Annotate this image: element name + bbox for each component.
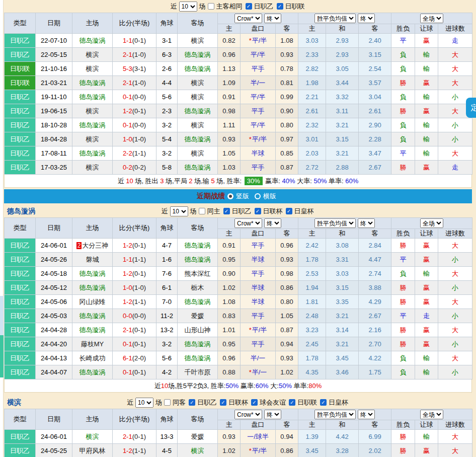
result-wdl: 負 xyxy=(391,90,415,104)
checkbox-3[interactable]: ✓ xyxy=(251,399,258,406)
checkbox-0[interactable] xyxy=(199,208,205,214)
mean-home-odds: 1.98 xyxy=(298,76,326,90)
table-row: 日职乙24-04-20藤枝MY0-1(0-1)3-2德岛漩涡0.95平手0.94… xyxy=(5,337,472,351)
summary-part-7: 50% xyxy=(279,382,292,390)
table-row: 日职乙24-05-06冈山绿雉1-2(1-1)7-0德岛漩涡1.08半球0.80… xyxy=(5,295,472,309)
mean-final-select[interactable]: 终 xyxy=(358,218,375,228)
table-row: 日职乙24-05-25甲府风林1-2(1-1)4-5横滨1.02*平/半0.86… xyxy=(5,444,472,457)
halftime-score: (0-0) xyxy=(132,121,146,129)
scope-select[interactable]: 全场 xyxy=(420,410,443,419)
match-date: 17-03-25 xyxy=(36,161,72,175)
match-date: 24-06-01 xyxy=(36,430,72,444)
halftime-score: (0-0) xyxy=(132,312,146,320)
sub-header-6: 胜负 xyxy=(391,24,415,34)
table-row: 日职联21-10-16横滨5-3(3-1)2-6德岛漩涡1.13平手0.782.… xyxy=(5,62,472,76)
floating-settings-button[interactable]: 定 xyxy=(466,98,476,118)
result-goals: 大 xyxy=(438,430,472,444)
mean-home-odds: 3.45 xyxy=(298,444,326,457)
mean-final-select[interactable]: 终 xyxy=(358,14,375,23)
table-row: 日职乙24-04-13长崎成功6-1(2-0)5-6德岛漩涡0.96半/一0.9… xyxy=(5,351,472,365)
away-odds: 0.94 xyxy=(276,337,298,351)
radio-horizontal-label[interactable]: 横版 xyxy=(263,192,276,201)
halftime-score: (2-0) xyxy=(132,354,146,362)
scope-select[interactable]: 全场 xyxy=(420,218,443,228)
odds-provider-select[interactable]: Crow* xyxy=(234,218,262,228)
mean-select[interactable]: 胜平负均值 xyxy=(314,14,356,23)
home-odds: 0.96 xyxy=(218,48,241,62)
odds-final-select[interactable]: 终 xyxy=(264,14,281,23)
mean-final-select[interactable]: 终 xyxy=(358,410,375,419)
gutter-sliver-teal xyxy=(0,335,4,377)
matches-table: 类型日期主场比分(半场)角球客场Crow*终胜平负均值终全场主盘口客主和客胜负让… xyxy=(4,409,472,457)
league-badge: 日职乙 xyxy=(5,146,36,161)
section-controls: 横滨近10场同客✓日职乙✓日联杯✓球会友谊✓日职联✓日皇杯 xyxy=(4,396,472,409)
recent-results-banner: 近期战绩 竖版 横版 xyxy=(4,189,472,203)
home-team: 甲府风林 xyxy=(72,444,113,457)
home-team-name: 磐城 xyxy=(86,256,99,263)
scope-select[interactable]: 全场 xyxy=(420,14,443,23)
away-odds: 0.93 xyxy=(276,253,298,267)
result-wdl: 負 xyxy=(391,118,415,132)
near-count-select[interactable]: 10 xyxy=(170,206,188,216)
radio-vertical-label[interactable]: 竖版 xyxy=(236,192,249,201)
checkbox-3[interactable]: ✓ xyxy=(286,208,292,214)
halftime-score: (0-1) xyxy=(132,433,146,440)
home-odds: 1.02 xyxy=(218,281,241,295)
mean-away-odds: 3.57 xyxy=(359,76,391,90)
away-team-name: 德岛漩涡 xyxy=(185,107,211,115)
away-odds: 0.81 xyxy=(276,76,298,90)
col-header-2: 主场 xyxy=(72,218,113,239)
mean-select[interactable]: 胜平负均值 xyxy=(314,410,356,419)
fulltime-score: 2-1 xyxy=(123,433,132,440)
checkbox-2[interactable]: ✓ xyxy=(220,399,226,406)
match-date: 17-08-11 xyxy=(36,146,72,161)
corner-count: 7-6 xyxy=(156,267,178,281)
match-date: 21-03-21 xyxy=(36,76,72,90)
matches-table: 类型日期主场比分(半场)角球客场Crow*终胜平负均值终全场主盘口客主和客胜负让… xyxy=(4,13,472,175)
away-team: 德岛漩涡 xyxy=(178,253,218,267)
checkbox-1[interactable]: ✓ xyxy=(223,208,230,214)
fulltime-score: 0-0 xyxy=(123,312,132,320)
odds-final-select[interactable]: 终 xyxy=(264,410,281,419)
away-team: 千叶市原 xyxy=(178,365,218,379)
checkbox-0[interactable] xyxy=(208,3,214,10)
near-count-select[interactable]: 10 xyxy=(135,398,153,408)
mean-away-odds: 3.47 xyxy=(359,146,391,161)
home-team: 德岛漩涡 xyxy=(72,34,113,48)
handicap-text: 平手 xyxy=(252,107,265,115)
halftime-score: (1-1) xyxy=(132,256,146,263)
league-badge: 日职乙 xyxy=(5,295,36,309)
fulltime-score: 1-2 xyxy=(123,242,132,249)
mean-select[interactable]: 胜平负均值 xyxy=(314,218,356,228)
odds-provider-select[interactable]: Crow* xyxy=(234,410,262,419)
checkbox-0[interactable] xyxy=(164,399,171,406)
checkbox-2[interactable]: ✓ xyxy=(277,3,283,10)
col-header-1: 日期 xyxy=(36,409,72,430)
mean-home-odds: 1.94 xyxy=(298,281,326,295)
checkbox-1[interactable]: ✓ xyxy=(189,399,195,406)
radio-vertical-layout[interactable] xyxy=(227,193,233,199)
halftime-score: (0-1) xyxy=(132,368,146,376)
away-team: 德岛漩涡 xyxy=(178,104,218,118)
sub-header-1: 盘口 xyxy=(241,229,276,239)
odds-provider-select[interactable]: Crow* xyxy=(234,14,262,23)
corner-count: 4-5 xyxy=(156,444,178,457)
score-cell: 2-1(0-1) xyxy=(113,430,156,444)
checkbox-5[interactable]: ✓ xyxy=(320,399,327,406)
checkbox-2[interactable]: ✓ xyxy=(255,208,261,214)
odds-final-select[interactable]: 终 xyxy=(264,218,281,228)
result-wdl: 平 xyxy=(391,309,415,323)
home-team: 德岛漩涡 xyxy=(72,281,113,295)
checkbox-4[interactable]: ✓ xyxy=(289,399,295,406)
checkbox-1[interactable]: ✓ xyxy=(246,3,252,10)
result-wdl: 勝 xyxy=(391,444,415,457)
home-team: 横滨 xyxy=(72,62,113,76)
mean-home-odds: 3.03 xyxy=(298,34,326,48)
result-wdl: 勝 xyxy=(391,430,415,444)
radio-horizontal-layout[interactable] xyxy=(255,193,261,199)
halftime-score: (0-1) xyxy=(132,340,146,348)
mean-draw-odds: 3.11 xyxy=(326,104,359,118)
table-row: 日职乙24-05-12德岛漩涡1-0(1-0)6-1栃木1.02半球0.861.… xyxy=(5,281,472,295)
checkbox-label-3: 日皇杯 xyxy=(294,207,314,216)
near-count-select[interactable]: 10 xyxy=(179,2,197,12)
